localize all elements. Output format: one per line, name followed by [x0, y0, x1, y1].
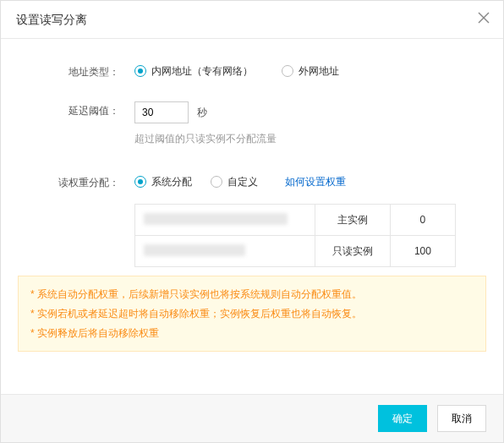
weight-table: 主实例 0 只读实例 100	[134, 204, 456, 267]
table-row: 只读实例 100	[135, 236, 456, 267]
masked-text	[144, 213, 288, 225]
weight-radios: 系统分配 自定义 如何设置权重	[134, 173, 486, 190]
radio-icon	[134, 176, 146, 188]
dialog-footer: 确定 取消	[1, 394, 503, 442]
label-address-type: 地址类型：	[18, 63, 134, 79]
row-weight: 读权重分配： 系统分配 自定义 如何设置权重 主实	[18, 173, 486, 267]
label-weight: 读权重分配：	[18, 173, 134, 190]
note-line: 实例宕机或者延迟超时将自动移除权重；实例恢复后权重也将自动恢复。	[30, 304, 474, 324]
close-icon[interactable]	[478, 1, 490, 38]
dialog-body: 地址类型： 内网地址（专有网络） 外网地址 延迟阈值：	[1, 39, 503, 267]
dialog-title: 设置读写分离	[16, 13, 87, 26]
radio-system-weight[interactable]: 系统分配	[134, 175, 192, 189]
notes-box: 系统自动分配权重，后续新增只读实例也将按系统规则自动分配权重值。 实例宕机或者延…	[18, 276, 486, 352]
threshold-input[interactable]	[134, 101, 189, 123]
radio-custom-weight[interactable]: 自定义	[211, 175, 258, 189]
row-address-type: 地址类型： 内网地址（专有网络） 外网地址	[18, 63, 486, 79]
instance-weight-cell: 100	[390, 236, 455, 267]
address-type-radios: 内网地址（专有网络） 外网地址	[134, 63, 486, 79]
threshold-unit: 秒	[197, 106, 207, 120]
label-threshold: 延迟阈值：	[18, 101, 134, 118]
instance-id-cell	[135, 236, 315, 267]
note-line: 实例释放后将自动移除权重	[30, 324, 474, 343]
ok-button[interactable]: 确定	[378, 405, 427, 432]
instance-type-cell: 主实例	[315, 205, 390, 236]
masked-text	[144, 244, 245, 256]
table-row: 主实例 0	[135, 205, 456, 236]
cancel-button[interactable]: 取消	[437, 405, 486, 432]
radio-icon	[282, 65, 293, 77]
instance-id-cell	[135, 205, 315, 236]
radio-internal-address[interactable]: 内网地址（专有网络）	[134, 64, 253, 79]
dialog: 设置读写分离 地址类型： 内网地址（专有网络） 外网地址	[0, 0, 504, 443]
radio-icon	[211, 176, 222, 188]
instance-weight-cell: 0	[390, 205, 455, 236]
note-line: 系统自动分配权重，后续新增只读实例也将按系统规则自动分配权重值。	[30, 285, 474, 304]
dialog-header: 设置读写分离	[1, 1, 503, 39]
instance-type-cell: 只读实例	[315, 236, 390, 267]
weight-help-link[interactable]: 如何设置权重	[285, 175, 346, 189]
radio-external-address[interactable]: 外网地址	[282, 64, 339, 79]
threshold-hint: 超过阈值的只读实例不分配流量	[134, 132, 486, 146]
radio-icon	[134, 65, 146, 77]
row-threshold: 延迟阈值： 秒 超过阈值的只读实例不分配流量	[18, 101, 486, 146]
